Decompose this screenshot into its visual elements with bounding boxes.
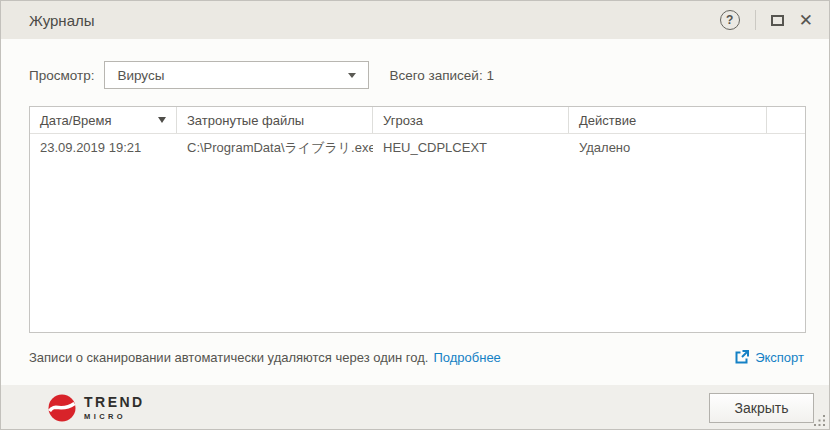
logs-window: Журналы ? ✕ Просмотр: Вирусы Всего запис… bbox=[0, 0, 830, 430]
maximize-button[interactable] bbox=[771, 15, 784, 26]
view-dropdown-value: Вирусы bbox=[117, 68, 164, 83]
sort-desc-icon bbox=[158, 117, 166, 123]
close-icon: ✕ bbox=[799, 11, 813, 30]
column-header-files[interactable]: Затронутые файлы bbox=[177, 107, 373, 133]
close-window-button[interactable]: ✕ bbox=[799, 12, 813, 29]
cell-file: C:\ProgramData\ライブラリ.exe bbox=[177, 139, 373, 157]
brand-text: TREND MICRO bbox=[84, 395, 145, 421]
column-label: Затронутые файлы bbox=[187, 113, 304, 128]
total-records: Всего записей: 1 bbox=[389, 68, 494, 83]
table-row[interactable]: 23.09.2019 19:21 C:\ProgramData\ライブラリ.ex… bbox=[30, 134, 805, 161]
column-label: Угроза bbox=[383, 113, 423, 128]
bottom-bar: TREND MICRO Закрыть bbox=[1, 385, 829, 430]
cell-threat: HEU_CDPLCEXT bbox=[373, 140, 569, 155]
close-button[interactable]: Закрыть bbox=[709, 393, 814, 423]
question-icon: ? bbox=[726, 13, 733, 27]
cell-action: Удалено bbox=[569, 140, 767, 155]
window-title: Журналы bbox=[29, 12, 95, 29]
view-label: Просмотр: bbox=[29, 68, 94, 83]
brand-micro: MICRO bbox=[84, 412, 145, 421]
table-header: Дата/Время Затронутые файлы Угроза Дейст… bbox=[30, 107, 805, 134]
column-header-empty bbox=[767, 107, 805, 133]
column-label: Дата/Время bbox=[40, 113, 112, 128]
column-header-action[interactable]: Действие bbox=[569, 107, 767, 133]
column-label: Действие bbox=[579, 113, 636, 128]
note-band: Записи о сканировании автоматически удал… bbox=[29, 347, 804, 367]
export-icon bbox=[735, 350, 749, 364]
chevron-down-icon bbox=[348, 73, 356, 78]
resize-grip[interactable] bbox=[813, 414, 826, 427]
cell-datetime: 23.09.2019 19:21 bbox=[30, 140, 177, 155]
view-dropdown[interactable]: Вирусы bbox=[104, 61, 369, 89]
learn-more-link[interactable]: Подробнее bbox=[433, 350, 500, 365]
toolbar: Просмотр: Вирусы Всего записей: 1 bbox=[29, 61, 801, 89]
help-button[interactable]: ? bbox=[720, 10, 740, 30]
column-header-threat[interactable]: Угроза bbox=[373, 107, 569, 133]
titlebar-divider bbox=[755, 10, 756, 30]
column-header-datetime[interactable]: Дата/Время bbox=[30, 107, 177, 133]
titlebar: Журналы ? ✕ bbox=[1, 1, 829, 39]
export-label: Экспорт bbox=[755, 350, 804, 365]
retention-note: Записи о сканировании автоматически удал… bbox=[29, 350, 428, 365]
brand-trend: TREND bbox=[84, 395, 145, 409]
export-link[interactable]: Экспорт bbox=[735, 350, 804, 365]
trendmicro-logo: TREND MICRO bbox=[48, 394, 145, 422]
logs-table: Дата/Время Затронутые файлы Угроза Дейст… bbox=[29, 106, 806, 333]
titlebar-controls: ? ✕ bbox=[720, 10, 813, 30]
trendmicro-ball-icon bbox=[48, 394, 76, 422]
